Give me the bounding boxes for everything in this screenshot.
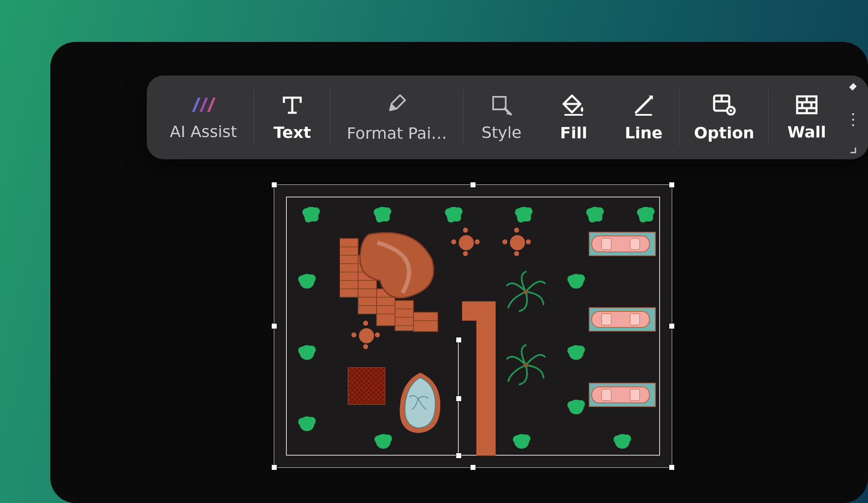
fill-button[interactable]: Fill <box>540 75 608 159</box>
bush <box>613 432 632 451</box>
svg-point-23 <box>376 215 384 223</box>
gazebo <box>348 367 385 405</box>
pin-icon[interactable] <box>847 80 859 93</box>
line-label: Line <box>625 125 663 141</box>
ai-assist-icon <box>190 95 216 114</box>
svg-point-52 <box>298 418 307 426</box>
svg-point-62 <box>577 400 585 409</box>
sel-handle[interactable] <box>272 182 277 187</box>
svg-point-70 <box>613 436 622 444</box>
path <box>476 301 496 456</box>
svg-point-71 <box>623 435 631 443</box>
sel-handle[interactable] <box>272 324 277 329</box>
sel-handle[interactable] <box>470 182 476 187</box>
svg-point-41 <box>637 208 645 217</box>
svg-point-33 <box>517 215 525 223</box>
bush <box>515 205 533 223</box>
svg-point-34 <box>524 214 531 222</box>
parking-slot <box>589 383 656 407</box>
text-icon <box>281 94 303 115</box>
toolbar-extras <box>845 75 863 159</box>
svg-point-19 <box>311 214 319 222</box>
svg-point-21 <box>374 208 382 217</box>
svg-point-47 <box>307 275 316 283</box>
bush <box>298 415 316 433</box>
svg-point-16 <box>302 208 311 217</box>
text-button[interactable]: Text <box>254 75 330 159</box>
sel-handle[interactable] <box>456 396 461 401</box>
more-dots-icon[interactable] <box>852 113 854 126</box>
option-icon <box>712 94 736 116</box>
ai-assist-button[interactable]: AI Assist <box>153 75 254 159</box>
svg-point-18 <box>305 215 312 223</box>
svg-point-58 <box>567 347 576 355</box>
sel-handle[interactable] <box>272 465 277 470</box>
sel-handle[interactable] <box>669 465 674 470</box>
car <box>591 311 650 328</box>
sel-handle[interactable] <box>669 324 674 329</box>
floor-plan-canvas[interactable] <box>274 184 672 468</box>
bush <box>637 205 655 223</box>
svg-point-49 <box>298 347 307 355</box>
style-button[interactable]: Style <box>463 75 540 159</box>
style-icon <box>491 94 512 115</box>
line-button[interactable]: Line <box>608 75 680 159</box>
bush <box>512 432 531 451</box>
svg-point-53 <box>307 417 316 425</box>
svg-point-44 <box>646 214 653 222</box>
svg-point-67 <box>513 436 521 444</box>
svg-point-38 <box>589 215 596 223</box>
round-table <box>509 234 526 251</box>
svg-point-28 <box>447 215 455 223</box>
bush <box>567 343 585 362</box>
wall-icon <box>795 95 818 115</box>
fill-icon <box>562 94 585 116</box>
pond <box>395 369 445 436</box>
parking-slot <box>589 307 656 332</box>
svg-point-7 <box>730 109 732 112</box>
svg-point-26 <box>445 208 453 217</box>
svg-point-73 <box>523 363 528 368</box>
wall-label: Wall <box>787 124 826 140</box>
svg-point-50 <box>307 346 316 354</box>
wall-button[interactable]: Wall <box>769 75 845 159</box>
house-structure <box>340 230 470 343</box>
format-painter-label: Format Pai… <box>347 125 447 141</box>
format-painter-button[interactable]: Format Pai… <box>330 75 463 159</box>
palm-tree <box>505 344 547 386</box>
bush <box>567 272 585 290</box>
svg-point-24 <box>382 214 390 222</box>
sel-handle[interactable] <box>470 465 476 470</box>
format-painter-icon <box>387 93 408 116</box>
sel-handle[interactable] <box>669 182 674 187</box>
svg-point-46 <box>298 275 307 284</box>
ai-assist-label: AI Assist <box>170 124 237 140</box>
svg-point-68 <box>522 435 530 443</box>
svg-point-59 <box>577 346 585 354</box>
option-button[interactable]: Option <box>680 75 769 159</box>
bush <box>298 272 316 290</box>
bush <box>567 398 585 416</box>
text-label: Text <box>273 124 311 140</box>
expand-corner-icon[interactable] <box>849 146 857 154</box>
svg-point-43 <box>639 215 647 223</box>
car <box>591 386 650 403</box>
line-icon <box>633 94 655 116</box>
bush <box>586 205 604 223</box>
car <box>591 236 650 252</box>
floating-toolbar: AI Assist Text Format Pai… <box>147 75 868 159</box>
option-label: Option <box>694 125 754 141</box>
svg-point-31 <box>515 208 523 217</box>
svg-point-64 <box>374 436 383 444</box>
style-label: Style <box>481 124 521 140</box>
bush <box>302 205 320 223</box>
fill-label: Fill <box>560 125 587 141</box>
outer-wall <box>286 197 660 456</box>
svg-point-65 <box>384 435 392 443</box>
svg-rect-78 <box>413 312 438 332</box>
app-window: AI Assist Text Format Pai… <box>50 42 868 503</box>
parking-slot <box>589 232 656 256</box>
bush <box>298 343 316 362</box>
svg-rect-0 <box>493 97 506 109</box>
sel-handle[interactable] <box>456 453 461 458</box>
